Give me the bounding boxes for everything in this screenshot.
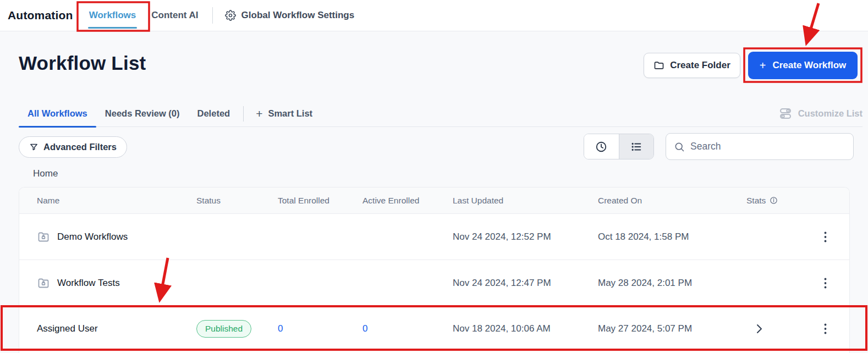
search-field[interactable] xyxy=(666,133,854,160)
folder-lock-icon xyxy=(37,277,50,290)
global-workflow-settings-button[interactable]: Global Workflow Settings xyxy=(225,10,355,21)
list-icon xyxy=(630,141,642,153)
clock-icon xyxy=(595,141,607,153)
tab-all-workflows-underline xyxy=(19,126,96,128)
folder-lock-icon xyxy=(37,230,50,244)
tab-deleted[interactable]: Deleted xyxy=(189,101,239,127)
tab-all-workflows-label: All Workflows xyxy=(28,108,87,119)
workflow-folder-name: Demo Workflows xyxy=(57,231,128,242)
row-actions-kebab-menu[interactable] xyxy=(816,274,835,293)
status-badge: Published xyxy=(196,320,251,338)
create-folder-label: Create Folder xyxy=(670,60,730,71)
workflow-folder-name: Workflow Tests xyxy=(57,278,120,289)
list-view-button[interactable] xyxy=(619,134,654,159)
open-workflow-chevron[interactable] xyxy=(750,319,768,338)
advanced-filters-label: Advanced Filters xyxy=(43,142,117,152)
workflow-list-tabs: All Workflows Needs Review (0) Deleted +… xyxy=(19,101,862,127)
advanced-filters-button[interactable]: Advanced Filters xyxy=(19,136,127,158)
last-updated-value: Nov 18 2024, 10:06 AM xyxy=(453,323,598,334)
row-actions-kebab-menu[interactable] xyxy=(816,228,835,246)
workflow-name-cell[interactable]: Assigned User xyxy=(37,323,196,334)
table-row[interactable]: Workflow Tests Nov 24 2024, 12:47 PM May… xyxy=(19,260,849,306)
app-title: Automation xyxy=(8,9,73,22)
created-on-value: May 27 2024, 5:07 PM xyxy=(598,323,746,334)
tab-needs-review[interactable]: Needs Review (0) xyxy=(96,101,189,127)
table-row[interactable]: Assigned User Published 0 0 Nov 18 2024,… xyxy=(19,306,849,351)
tab-workflows-underline xyxy=(88,27,138,29)
workflow-name: Assigned User xyxy=(37,323,98,334)
create-folder-button[interactable]: Create Folder xyxy=(644,53,740,78)
global-workflow-settings-label: Global Workflow Settings xyxy=(241,10,355,21)
created-on-value: May 28 2024, 2:01 PM xyxy=(598,278,746,289)
info-icon xyxy=(770,196,778,205)
tab-all-workflows[interactable]: All Workflows xyxy=(19,101,96,127)
column-header-status: Status xyxy=(196,196,278,206)
tab-workflows[interactable]: Workflows xyxy=(88,0,138,31)
table-header-row: Name Status Total Enrolled Active Enroll… xyxy=(19,187,849,214)
plus-icon: + xyxy=(760,59,766,72)
gear-icon xyxy=(225,10,236,21)
tabs-divider xyxy=(243,106,244,122)
folder-name-cell[interactable]: Workflow Tests xyxy=(37,277,196,290)
sliders-icon xyxy=(779,108,793,120)
created-on-value: Oct 18 2024, 1:58 PM xyxy=(598,231,746,242)
topbar-divider xyxy=(212,7,213,24)
tab-content-ai[interactable]: Content AI xyxy=(151,10,198,21)
create-workflow-label: Create Workflow xyxy=(772,60,846,71)
column-header-last-updated: Last Updated xyxy=(453,196,598,206)
folder-name-cell[interactable]: Demo Workflows xyxy=(37,230,196,244)
search-input[interactable] xyxy=(690,141,845,152)
column-header-stats: Stats xyxy=(746,196,801,206)
column-header-active-enrolled: Active Enrolled xyxy=(362,196,453,206)
tab-content-ai-label: Content AI xyxy=(151,10,198,20)
top-navigation-bar: Automation Workflows Content AI Global W… xyxy=(0,0,868,31)
tab-workflows-label: Workflows xyxy=(89,10,136,21)
column-header-total-enrolled: Total Enrolled xyxy=(278,196,362,206)
folder-icon xyxy=(653,60,664,71)
tab-needs-review-label: Needs Review (0) xyxy=(105,108,180,119)
table-row[interactable]: Demo Workflows Nov 24 2024, 12:52 PM Oct… xyxy=(19,214,849,260)
workflow-table: Name Status Total Enrolled Active Enroll… xyxy=(19,187,850,353)
customize-list-button[interactable]: Customize List xyxy=(779,108,862,120)
smart-list-label: Smart List xyxy=(268,108,312,119)
history-view-button[interactable] xyxy=(584,134,619,159)
active-enrolled-link[interactable]: 0 xyxy=(362,323,367,334)
last-updated-value: Nov 24 2024, 12:47 PM xyxy=(453,278,598,289)
customize-list-label: Customize List xyxy=(798,108,862,119)
filter-funnel-icon xyxy=(29,142,39,152)
column-header-name: Name xyxy=(37,196,196,206)
view-toggle-group xyxy=(584,134,654,159)
column-header-created-on: Created On xyxy=(598,196,746,206)
breadcrumb-home[interactable]: Home xyxy=(33,168,58,179)
total-enrolled-link[interactable]: 0 xyxy=(278,323,283,334)
smart-list-button[interactable]: + Smart List xyxy=(248,107,320,120)
page-title: Workflow List xyxy=(19,52,146,74)
tab-deleted-label: Deleted xyxy=(197,108,230,119)
create-workflow-button[interactable]: + Create Workflow xyxy=(748,52,858,79)
row-actions-kebab-menu[interactable] xyxy=(816,319,835,338)
plus-icon: + xyxy=(256,107,262,120)
last-updated-value: Nov 24 2024, 12:52 PM xyxy=(453,231,598,242)
search-icon xyxy=(674,141,685,152)
